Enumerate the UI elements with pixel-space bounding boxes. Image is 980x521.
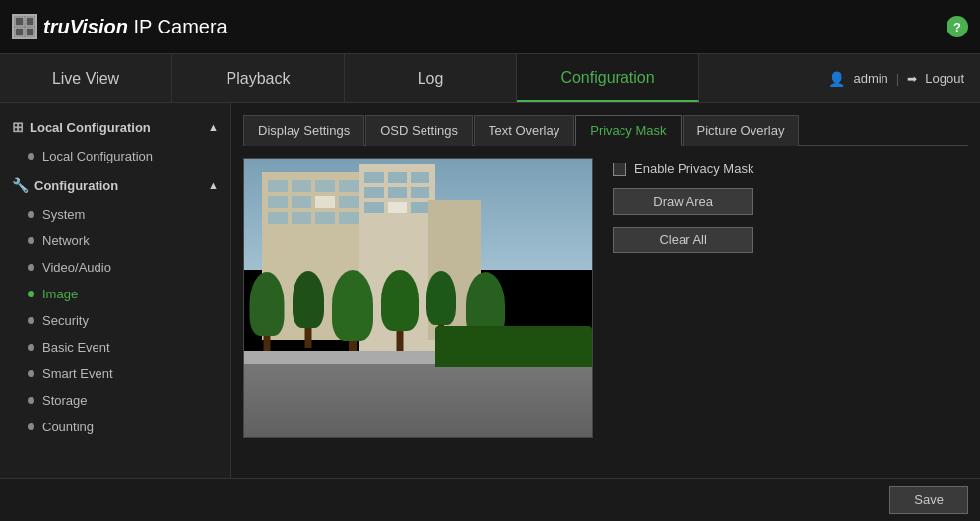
- footer: Save: [0, 478, 980, 521]
- svg-rect-1: [26, 17, 34, 26]
- tab-configuration[interactable]: Configuration: [517, 54, 699, 102]
- sidebar-item-security[interactable]: Security: [0, 307, 230, 334]
- storage-dot: [28, 397, 34, 404]
- counting-dot: [28, 423, 34, 430]
- road: [244, 359, 592, 437]
- subtab-picture-overlay[interactable]: Picture Overlay: [683, 115, 800, 146]
- logo-brand-bold: Vision: [70, 16, 128, 37]
- main-layout: ⊞ Local Configuration ▲ Local Configurat…: [0, 103, 980, 478]
- sidebar-section-header-local-config[interactable]: ⊞ Local Configuration ▲: [0, 111, 230, 143]
- subtab-privacy-mask[interactable]: Privacy Mask: [575, 115, 681, 146]
- hedges: [435, 326, 592, 367]
- local-config-label: Local Configuration: [30, 120, 202, 135]
- system-dot: [28, 211, 34, 218]
- tab-log[interactable]: Log: [345, 54, 517, 102]
- sidebar-section-local-config: ⊞ Local Configuration ▲ Local Configurat…: [0, 111, 230, 169]
- scene: [244, 159, 592, 437]
- logout-link[interactable]: Logout: [925, 71, 964, 86]
- logo-product: IP Camera: [128, 16, 228, 37]
- help-button[interactable]: ?: [947, 16, 968, 37]
- image-dot: [28, 291, 34, 297]
- header-right: ?: [947, 16, 968, 37]
- sidebar-item-smart-event[interactable]: Smart Event: [0, 360, 230, 387]
- separator: |: [896, 71, 899, 86]
- tab-live-view[interactable]: Live View: [0, 54, 172, 102]
- basic-event-dot: [28, 344, 34, 351]
- network-dot: [28, 237, 34, 244]
- header: truVision IP Camera ?: [0, 0, 980, 54]
- sidebar-section-configuration: 🔧 Configuration ▲ System Network Video/A…: [0, 169, 230, 440]
- user-icon: 👤: [828, 71, 845, 87]
- logo-brand-italic: tru: [43, 16, 70, 37]
- local-config-arrow: ▲: [208, 121, 219, 133]
- logout-icon: ➡: [907, 72, 917, 86]
- sidebar: ⊞ Local Configuration ▲ Local Configurat…: [0, 103, 231, 478]
- sidebar-item-system[interactable]: System: [0, 201, 230, 228]
- controls-panel: Enable Privacy Mask Draw Area Clear All: [613, 158, 753, 438]
- smart-event-dot: [28, 370, 34, 377]
- sub-tabs: Display Settings OSD Settings Text Overl…: [243, 115, 968, 146]
- logo-icon: [12, 14, 37, 39]
- svg-rect-2: [15, 28, 24, 36]
- subtab-text-overlay[interactable]: Text Overlay: [474, 115, 574, 146]
- enable-privacy-mask-checkbox[interactable]: [613, 163, 626, 176]
- local-configuration-dot: [28, 153, 34, 160]
- enable-privacy-mask-label: Enable Privacy Mask: [634, 162, 753, 176]
- sidebar-item-image[interactable]: Image: [0, 281, 230, 307]
- subtab-display-settings[interactable]: Display Settings: [243, 115, 364, 146]
- logo-area: truVision IP Camera: [12, 14, 228, 39]
- config-label: Configuration: [34, 178, 202, 193]
- sidebar-item-video-audio[interactable]: Video/Audio: [0, 254, 230, 281]
- clear-all-button[interactable]: Clear All: [613, 227, 753, 253]
- logo-text: truVision IP Camera: [43, 16, 228, 38]
- config-arrow: ▲: [208, 179, 219, 191]
- privacy-mask-content: Enable Privacy Mask Draw Area Clear All: [243, 158, 968, 438]
- sidebar-item-storage[interactable]: Storage: [0, 387, 230, 414]
- camera-preview: [243, 158, 593, 438]
- user-info: 👤 admin | ➡ Logout: [813, 54, 980, 102]
- tab-playback[interactable]: Playback: [172, 54, 345, 102]
- subtab-osd-settings[interactable]: OSD Settings: [365, 115, 473, 146]
- svg-rect-3: [26, 28, 34, 36]
- sidebar-item-network[interactable]: Network: [0, 228, 230, 254]
- config-icon: 🔧: [12, 177, 29, 193]
- local-config-icon: ⊞: [12, 119, 24, 135]
- sidebar-item-basic-event[interactable]: Basic Event: [0, 334, 230, 360]
- username: admin: [853, 71, 887, 86]
- video-audio-dot: [28, 264, 34, 271]
- security-dot: [28, 317, 34, 324]
- draw-area-button[interactable]: Draw Area: [613, 188, 753, 215]
- sidebar-item-counting[interactable]: Counting: [0, 414, 230, 440]
- nav-tabs: Live View Playback Log Configuration 👤 a…: [0, 54, 980, 103]
- svg-rect-0: [15, 17, 24, 26]
- sidebar-section-header-configuration[interactable]: 🔧 Configuration ▲: [0, 169, 230, 201]
- enable-privacy-mask-row: Enable Privacy Mask: [613, 162, 753, 176]
- content-area: Display Settings OSD Settings Text Overl…: [231, 103, 980, 478]
- save-button[interactable]: Save: [889, 486, 968, 514]
- sidebar-item-local-configuration[interactable]: Local Configuration: [0, 143, 230, 169]
